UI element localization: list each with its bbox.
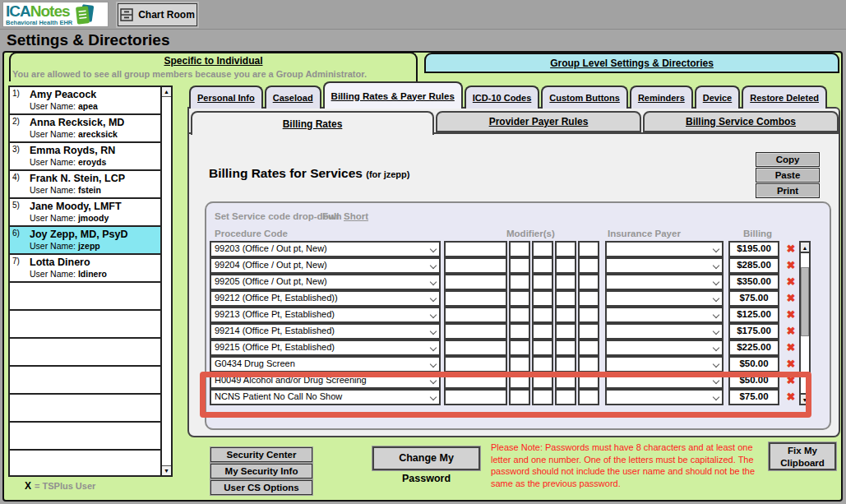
insurance-payer-select[interactable] xyxy=(605,389,723,405)
modifier-input-2[interactable] xyxy=(532,241,553,257)
modifier-input-3[interactable] xyxy=(555,274,576,290)
insurance-payer-select[interactable] xyxy=(605,290,723,307)
modifier-input-1[interactable] xyxy=(509,274,530,290)
procedure-code-select[interactable]: 99215 (Office Pt, Established) xyxy=(210,340,441,356)
user-list-item-emma-royds-rn[interactable]: 3) Emma Royds, RN User Name: eroyds xyxy=(10,143,160,171)
modifier-input-3[interactable] xyxy=(555,323,576,340)
insurance-payer-select[interactable] xyxy=(605,356,723,372)
procedure-code-select[interactable]: 99203 (Office / Out pt, New) xyxy=(210,241,441,257)
user-list-empty-row[interactable] xyxy=(10,339,160,367)
modifier-input-3[interactable] xyxy=(555,257,576,274)
procedure-code-select[interactable]: H0049 Alcohol and/or Drug Screening xyxy=(210,372,441,389)
user-list-empty-row[interactable] xyxy=(10,451,160,475)
modifier-input-3[interactable] xyxy=(555,372,576,389)
subtab-billing-rates[interactable]: Billing Rates xyxy=(191,111,434,135)
procedure-code-select[interactable]: NCNS Patient No Call No Show xyxy=(210,389,441,405)
modifier-input-1[interactable] xyxy=(509,241,530,257)
modifier-input-4[interactable] xyxy=(578,372,599,389)
modifier-input-main[interactable] xyxy=(444,356,507,372)
modifier-input-4[interactable] xyxy=(578,257,599,274)
delete-row-icon[interactable]: ✖ xyxy=(784,274,797,290)
modifier-input-1[interactable] xyxy=(509,290,530,307)
modifier-input-3[interactable] xyxy=(555,356,576,372)
delete-row-icon[interactable]: ✖ xyxy=(784,356,797,372)
modifier-input-4[interactable] xyxy=(578,356,599,372)
modifier-input-2[interactable] xyxy=(532,340,553,356)
delete-row-icon[interactable]: ✖ xyxy=(784,307,797,323)
short-link[interactable]: Short xyxy=(344,211,368,221)
modifier-input-main[interactable] xyxy=(444,257,507,274)
scroll-down-icon[interactable]: ▼ xyxy=(162,465,171,475)
user-list-empty-row[interactable] xyxy=(10,423,160,451)
insurance-payer-select[interactable] xyxy=(605,257,723,274)
change-my-password-button[interactable]: Change My Password xyxy=(372,446,480,470)
subtab-provider-payer-rules[interactable]: Provider Payer Rules xyxy=(436,111,641,132)
modifier-input-1[interactable] xyxy=(509,389,530,405)
billing-amount-field[interactable]: $195.00 xyxy=(728,241,779,257)
print-button[interactable]: Print xyxy=(756,183,820,198)
billing-amount-field[interactable]: $175.00 xyxy=(728,323,779,340)
procedure-code-select[interactable]: G0434 Drug Screen xyxy=(210,356,441,372)
modifier-input-3[interactable] xyxy=(555,290,576,307)
insurance-payer-select[interactable] xyxy=(605,340,723,356)
modifier-input-main[interactable] xyxy=(444,290,507,307)
user-list-item-lotta-dinero[interactable]: 7) Lotta Dinero User Name: ldinero xyxy=(10,255,160,283)
modifier-input-2[interactable] xyxy=(532,257,553,274)
modifier-input-2[interactable] xyxy=(532,307,553,323)
user-list-item-amy-peacock[interactable]: 1) Amy Peacock User Name: apea xyxy=(10,87,160,115)
modifier-input-main[interactable] xyxy=(444,307,507,323)
fix-my-clipboard-button[interactable]: Fix My Clipboard xyxy=(769,442,836,470)
user-cs-options-button[interactable]: User CS Options xyxy=(210,480,312,495)
modifier-input-4[interactable] xyxy=(578,340,599,356)
chart-room-button[interactable]: Chart Room xyxy=(118,3,197,26)
table-scrollbar-thumb[interactable] xyxy=(801,267,809,336)
modifier-input-4[interactable] xyxy=(578,307,599,323)
procedure-code-select[interactable]: 99212 (Office Pt, Established)) xyxy=(210,290,441,307)
modifier-input-4[interactable] xyxy=(578,274,599,290)
copy-button[interactable]: Copy xyxy=(756,152,820,167)
delete-row-icon[interactable]: ✖ xyxy=(784,323,797,340)
delete-row-icon[interactable]: ✖ xyxy=(784,290,797,307)
modifier-input-1[interactable] xyxy=(509,323,530,340)
modifier-input-main[interactable] xyxy=(444,389,507,405)
modifier-input-4[interactable] xyxy=(578,323,599,340)
modifier-input-main[interactable] xyxy=(444,274,507,290)
billing-amount-field[interactable]: $75.00 xyxy=(728,290,779,307)
tab-custom-buttons[interactable]: Custom Buttons xyxy=(541,86,628,109)
modifier-input-4[interactable] xyxy=(578,241,599,257)
full-link[interactable]: Full xyxy=(322,211,339,221)
insurance-payer-select[interactable] xyxy=(605,274,723,290)
table-scrollbar[interactable]: ▲ ▼ xyxy=(799,241,811,405)
tab-caseload[interactable]: Caseload xyxy=(265,86,321,109)
insurance-payer-select[interactable] xyxy=(605,372,723,389)
user-list-empty-row[interactable] xyxy=(10,283,160,311)
member-list-scrollbar[interactable]: ▲ ▼ xyxy=(160,87,171,475)
modifier-input-1[interactable] xyxy=(509,372,530,389)
user-list-item-joy-zepp-md-psyd[interactable]: 6) Joy Zepp, MD, PsyD User Name: jzepp xyxy=(10,227,160,255)
tab-personal-info[interactable]: Personal Info xyxy=(189,86,263,109)
delete-row-icon[interactable]: ✖ xyxy=(784,372,797,389)
modifier-input-2[interactable] xyxy=(532,323,553,340)
insurance-payer-select[interactable] xyxy=(605,241,723,257)
modifier-input-main[interactable] xyxy=(444,372,507,389)
billing-amount-field[interactable]: $75.00 xyxy=(728,389,779,405)
user-list-empty-row[interactable] xyxy=(10,367,160,395)
billing-amount-field[interactable]: $50.00 xyxy=(728,356,779,372)
modifier-input-main[interactable] xyxy=(444,340,507,356)
modifier-input-1[interactable] xyxy=(509,307,530,323)
tab-icd-10-codes[interactable]: ICD-10 Codes xyxy=(465,86,540,109)
billing-amount-field[interactable]: $285.00 xyxy=(728,257,779,274)
procedure-code-select[interactable]: 99204 (Office / Out pt, New) xyxy=(210,257,441,274)
procedure-code-select[interactable]: 99214 (Office Pt, Established) xyxy=(210,323,441,340)
modifier-input-main[interactable] xyxy=(444,323,507,340)
user-list-item-jane-moody-lmft[interactable]: 5) Jane Moody, LMFT User Name: jmoody xyxy=(10,199,160,227)
modifier-input-3[interactable] xyxy=(555,241,576,257)
delete-row-icon[interactable]: ✖ xyxy=(784,389,797,405)
user-list-empty-row[interactable] xyxy=(10,311,160,339)
modifier-input-1[interactable] xyxy=(509,257,530,274)
modifier-input-2[interactable] xyxy=(532,356,553,372)
modifier-input-2[interactable] xyxy=(532,290,553,307)
modifier-input-2[interactable] xyxy=(532,372,553,389)
subtab-billing-service-combos[interactable]: Billing Service Combos xyxy=(643,111,839,132)
modifier-input-1[interactable] xyxy=(509,340,530,356)
